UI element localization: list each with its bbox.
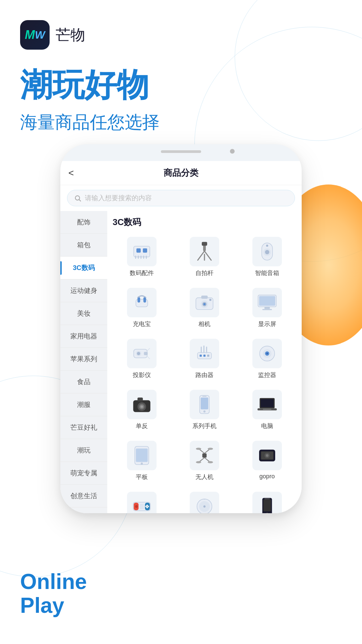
content-area: 配饰箱包3C数码运动健身美妆家用电器苹果系列食品潮服芒豆好礼潮玩萌宠专属创意生活… (60, 211, 302, 513)
back-button[interactable]: < (68, 168, 74, 178)
svg-rect-80 (140, 504, 144, 509)
footer-line2: Play (20, 594, 87, 617)
items-grid: 数码配件自拍杆智能音箱充电宝相机显示屏投影仪路由器监控器单反系列手机电脑平板无人… (113, 233, 296, 513)
app-header: M W 芒物 (20, 20, 85, 50)
item-label-0: 数码配件 (130, 269, 154, 277)
item-image-0 (127, 237, 157, 266)
item-image-16 (190, 492, 219, 513)
svg-rect-6 (138, 256, 139, 259)
item-cell-13[interactable]: 无人机 (175, 437, 234, 484)
sidebar-item-5[interactable]: 家用电器 (60, 325, 107, 348)
search-bar-container: 请输入想要搜索的内容 (60, 185, 302, 211)
item-cell-12[interactable]: 平板 (113, 437, 171, 484)
item-label-12: 平板 (136, 473, 148, 481)
sidebar-item-11[interactable]: 萌宠专属 (60, 462, 107, 485)
svg-rect-29 (259, 296, 275, 306)
item-label-1: 自拍杆 (195, 269, 214, 277)
item-image-2 (252, 237, 282, 266)
item-cell-10[interactable]: 系列手机 (175, 386, 234, 433)
svg-point-18 (266, 245, 268, 247)
svg-rect-42 (206, 346, 207, 353)
phone-notch (161, 150, 201, 153)
item-cell-6[interactable]: 投影仪 (113, 335, 171, 382)
sidebar-item-1[interactable]: 箱包 (60, 234, 107, 257)
item-cell-7[interactable]: 路由器 (175, 335, 234, 382)
item-image-6 (127, 339, 157, 368)
sidebar-item-12[interactable]: 创意生活 (60, 485, 107, 507)
phone-frame: < 商品分类 请输入想要搜索的内容 配饰箱包3C数码运动健身美妆家用电器苹果系列… (60, 144, 302, 513)
item-label-3: 充电宝 (133, 320, 151, 328)
item-cell-11[interactable]: 电脑 (238, 386, 296, 433)
svg-line-1 (79, 200, 81, 201)
svg-point-68 (196, 448, 201, 450)
item-image-15 (127, 492, 157, 513)
item-image-4 (190, 288, 219, 317)
svg-rect-23 (201, 296, 207, 299)
svg-point-26 (203, 303, 205, 305)
search-input-wrap[interactable]: 请输入想要搜索的内容 (67, 190, 295, 206)
sidebar-item-10[interactable]: 潮玩 (60, 439, 107, 462)
svg-rect-55 (202, 396, 207, 396)
svg-rect-59 (263, 409, 272, 410)
item-image-8 (252, 339, 282, 368)
item-label-9: 单反 (136, 422, 148, 430)
svg-point-62 (141, 463, 143, 465)
item-cell-15[interactable]: Switch (113, 488, 171, 513)
item-cell-8[interactable]: 监控器 (238, 335, 296, 382)
item-cell-14[interactable]: gopro (238, 437, 296, 484)
item-image-1 (190, 237, 219, 266)
svg-rect-94 (264, 498, 270, 499)
svg-line-11 (198, 251, 204, 260)
phone-mockup: < 商品分类 请输入想要搜索的内容 配饰箱包3C数码运动健身美妆家用电器苹果系列… (60, 144, 302, 513)
item-image-9 (127, 390, 157, 419)
svg-point-46 (266, 353, 268, 355)
item-label-2: 智能音箱 (255, 269, 279, 277)
svg-point-17 (265, 250, 269, 254)
item-image-14 (252, 441, 282, 470)
sidebar-item-6[interactable]: 苹果系列 (60, 348, 107, 371)
sidebar-item-7[interactable]: 食品 (60, 371, 107, 393)
svg-point-70 (196, 461, 201, 463)
item-cell-16[interactable]: 充电器 (175, 488, 234, 513)
item-label-5: 显示屏 (258, 320, 276, 328)
svg-point-27 (209, 299, 211, 301)
svg-line-12 (204, 251, 211, 260)
sidebar-item-2[interactable]: 3C数码 (60, 257, 107, 279)
logo-m-letter: M (25, 29, 35, 41)
svg-rect-4 (143, 248, 147, 253)
hero-subtitle: 海量商品任您选择 (20, 111, 160, 134)
app-logo: M W (20, 20, 50, 50)
item-cell-3[interactable]: 充电宝 (113, 284, 171, 331)
item-cell-1[interactable]: 自拍杆 (175, 233, 234, 280)
svg-rect-5 (135, 256, 136, 259)
svg-rect-35 (144, 352, 148, 355)
item-image-10 (190, 390, 219, 419)
svg-point-34 (137, 352, 140, 355)
sidebar-item-3[interactable]: 运动健身 (60, 279, 107, 302)
sidebar-item-9[interactable]: 芒豆好礼 (60, 416, 107, 439)
app-name-label: 芒物 (56, 25, 85, 45)
svg-point-71 (208, 461, 213, 463)
item-label-4: 相机 (198, 320, 210, 328)
svg-rect-61 (136, 448, 148, 462)
app-screen: < 商品分类 请输入想要搜索的内容 配饰箱包3C数码运动健身美妆家用电器苹果系列… (60, 161, 302, 513)
sidebar-item-8[interactable]: 潮服 (60, 393, 107, 416)
item-cell-5[interactable]: 显示屏 (238, 284, 296, 331)
item-cell-2[interactable]: 智能音箱 (238, 233, 296, 280)
footer-text: Online Play (20, 570, 87, 617)
svg-rect-39 (207, 355, 209, 357)
svg-point-0 (75, 196, 80, 200)
item-cell-0[interactable]: 数码配件 (113, 233, 171, 280)
svg-rect-38 (203, 355, 205, 357)
svg-rect-14 (202, 242, 207, 246)
item-cell-4[interactable]: 相机 (175, 284, 234, 331)
sidebar-item-0[interactable]: 配饰 (60, 211, 107, 234)
item-label-11: 电脑 (261, 422, 273, 430)
sidebar-item-4[interactable]: 美妆 (60, 302, 107, 325)
item-label-14: gopro (259, 473, 275, 480)
search-icon (74, 195, 81, 202)
item-cell-17[interactable]: 主机 (238, 488, 296, 513)
svg-rect-48 (138, 397, 143, 401)
svg-rect-37 (200, 355, 202, 357)
item-cell-9[interactable]: 单反 (113, 386, 171, 433)
